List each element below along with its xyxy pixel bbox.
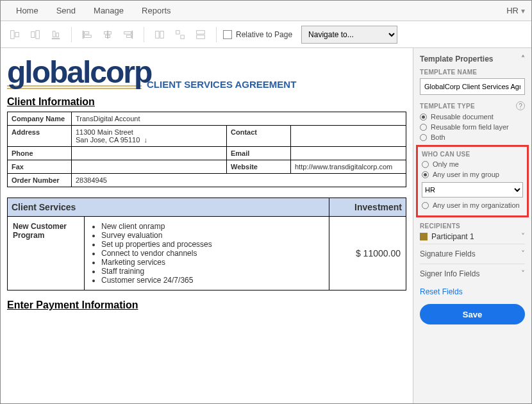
chevron-down-icon: ▾ bbox=[521, 6, 525, 15]
services-list: New client onramp Survey evaluation Set … bbox=[90, 222, 324, 285]
align-tool-2[interactable] bbox=[26, 26, 44, 44]
services-table: Client Services Investment New Customer … bbox=[7, 198, 406, 290]
who-can-use-label: WHO CAN USE bbox=[422, 151, 523, 158]
svg-rect-5 bbox=[53, 31, 56, 37]
menu-reports[interactable]: Reports bbox=[133, 2, 180, 19]
menu-home[interactable]: Home bbox=[7, 2, 47, 19]
participant-swatch bbox=[420, 233, 428, 240]
who-can-use-box: WHO CAN USE Only me Any user in my group… bbox=[416, 145, 529, 217]
align-tool-1[interactable] bbox=[6, 26, 24, 44]
svg-rect-16 bbox=[156, 31, 159, 38]
recipients-label: RECIPIENTS bbox=[420, 223, 525, 230]
reset-fields-link[interactable]: Reset Fields bbox=[420, 287, 463, 296]
who-only-me[interactable]: Only me bbox=[422, 160, 523, 168]
properties-panel: Template Properties ˄ TEMPLATE NAME TEMP… bbox=[413, 48, 531, 403]
svg-rect-18 bbox=[176, 30, 179, 33]
svg-rect-3 bbox=[36, 30, 39, 38]
menubar: Home Send Manage Reports HR▾ bbox=[1, 1, 531, 21]
chevron-down-icon: ˅ bbox=[521, 249, 525, 258]
svg-rect-17 bbox=[160, 31, 163, 38]
chevron-up-icon: ˄ bbox=[521, 55, 525, 63]
svg-rect-6 bbox=[56, 33, 59, 37]
menu-send[interactable]: Send bbox=[47, 2, 85, 19]
template-name-label: TEMPLATE NAME bbox=[420, 69, 525, 76]
svg-rect-2 bbox=[31, 31, 35, 37]
svg-rect-20 bbox=[197, 30, 205, 33]
navigate-select[interactable]: Navigate to... bbox=[301, 26, 397, 44]
align-tool-3[interactable] bbox=[47, 26, 65, 44]
align-tool-6[interactable] bbox=[119, 26, 137, 44]
relative-to-page[interactable]: Relative to Page bbox=[223, 30, 292, 39]
type-reusable-doc[interactable]: Reusable document bbox=[420, 113, 525, 121]
section-payment: Enter Payment Information bbox=[7, 299, 406, 311]
align-tool-4[interactable] bbox=[78, 26, 96, 44]
signer-info-accordion[interactable]: Signer Info Fields˅ bbox=[420, 264, 525, 283]
doc-title: CLIENT SERVICES AGREEMENT bbox=[147, 79, 406, 90]
size-tool-3[interactable] bbox=[192, 26, 210, 44]
client-info-table: Company Name TransDigital Account Addres… bbox=[7, 112, 406, 187]
menu-manage[interactable]: Manage bbox=[85, 2, 133, 19]
who-my-org[interactable]: Any user in my organization bbox=[422, 201, 523, 209]
type-both[interactable]: Both bbox=[420, 133, 525, 141]
panel-header[interactable]: Template Properties ˄ bbox=[420, 55, 525, 63]
chevron-down-icon: ˅ bbox=[521, 269, 525, 278]
toolbar: Relative to Page Navigate to... bbox=[1, 21, 531, 48]
svg-rect-0 bbox=[11, 30, 14, 38]
svg-rect-8 bbox=[85, 31, 89, 34]
align-tool-5[interactable] bbox=[99, 26, 117, 44]
signature-fields-accordion[interactable]: Signature Fields˅ bbox=[420, 244, 525, 264]
size-tool-1[interactable] bbox=[151, 26, 169, 44]
save-button[interactable]: Save bbox=[420, 304, 525, 324]
checkbox-icon[interactable] bbox=[223, 30, 232, 39]
recipient-row[interactable]: Participant 1 ˅ bbox=[420, 232, 525, 241]
user-menu[interactable]: HR▾ bbox=[506, 6, 525, 15]
svg-rect-19 bbox=[181, 35, 184, 38]
svg-rect-9 bbox=[85, 35, 92, 37]
type-reusable-form[interactable]: Reusable form field layer bbox=[420, 123, 525, 131]
template-name-input[interactable] bbox=[420, 78, 525, 95]
svg-rect-15 bbox=[126, 35, 131, 37]
svg-rect-14 bbox=[124, 31, 131, 34]
svg-rect-1 bbox=[15, 32, 19, 37]
help-icon[interactable]: ? bbox=[516, 101, 525, 110]
section-client-info: Client Information bbox=[7, 96, 406, 108]
svg-rect-21 bbox=[197, 35, 205, 38]
chevron-down-icon: ˅ bbox=[521, 232, 525, 241]
template-type-label: TEMPLATE TYPE bbox=[420, 103, 475, 110]
document-canvas[interactable]: globalcorp CLIENT SERVICES AGREEMENT Cli… bbox=[1, 48, 413, 403]
who-my-group[interactable]: Any user in my group bbox=[422, 171, 523, 178]
group-select[interactable]: HR bbox=[422, 182, 523, 198]
size-tool-2[interactable] bbox=[171, 26, 189, 44]
